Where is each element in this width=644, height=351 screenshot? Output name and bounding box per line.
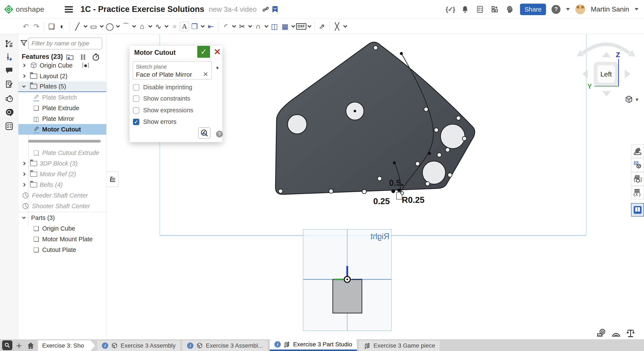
new-tab-button[interactable]: + <box>14 340 24 351</box>
dialog-cancel-button[interactable]: ✕ <box>213 48 222 56</box>
user-avatar[interactable] <box>576 5 585 14</box>
part-row-motor-mount-plate[interactable]: ❏ Motor Mount Plate <box>18 234 106 244</box>
rectangle-tool-icon[interactable]: ▭ <box>88 21 99 32</box>
mirror-tool-icon[interactable]: ◫ <box>269 21 280 32</box>
dimension-tool-icon[interactable]: ⇤ <box>205 21 216 32</box>
sketch-view-button[interactable] <box>198 127 210 139</box>
fillet-tool-icon[interactable]: ◜ <box>220 21 231 32</box>
copy-link-icon[interactable] <box>261 5 270 14</box>
feature-row-layout[interactable]: Layout (2) <box>18 71 106 81</box>
document-title[interactable]: 1C - Practice Exercise Solutions <box>80 5 204 14</box>
checkbox-show-expressions[interactable]: Show expressions <box>133 107 193 114</box>
tape-measure-icon[interactable] <box>596 328 607 338</box>
chevron-right-icon[interactable] <box>21 63 27 68</box>
chevron-right-icon[interactable] <box>21 160 27 166</box>
feature-row-plate-cutout-extrude[interactable]: ❏ Plate Cutout Extrude <box>18 147 106 158</box>
chevron-down-icon[interactable] <box>21 215 27 221</box>
spline-tool-icon[interactable]: ∿ <box>153 21 164 32</box>
clear-selection-icon[interactable]: ✕ <box>203 71 208 78</box>
tab-exercise-3-shooter[interactable]: Exercise 3: Sho <box>38 340 95 351</box>
follow-checklist-icon[interactable] <box>4 122 14 131</box>
featurescript-icon[interactable]: {✓} <box>446 5 455 14</box>
offset-dropdown-caret[interactable] <box>264 21 269 32</box>
feature-row-plates[interactable]: Plates (5) <box>18 81 106 92</box>
notes-icon[interactable] <box>4 80 14 89</box>
checkbox-icon[interactable] <box>133 84 139 91</box>
checkbox-show-constraints[interactable]: Show constraints <box>133 95 190 102</box>
undo-button[interactable]: ↶ <box>20 21 31 32</box>
part-row-cutout-plate[interactable]: ❏ Cutout Plate <box>18 244 106 255</box>
view-cube-face[interactable]: Left <box>594 62 618 87</box>
mate-connector-icon[interactable]: ◔ <box>214 64 219 73</box>
configurations-button[interactable] <box>631 158 644 172</box>
part-row-origin-cube[interactable]: ❏ Origin Cube <box>18 223 106 234</box>
tab-exercise-3-part-studio[interactable]: i Exercise 3 Part Studio <box>270 339 357 351</box>
versions-icon[interactable] <box>4 39 14 48</box>
sketch-plane-field[interactable]: Sketch plane Face of Plate Mirror ✕ <box>132 61 212 80</box>
tasks-checklist-icon[interactable] <box>475 5 485 14</box>
construction-dropdown-caret[interactable] <box>342 21 348 32</box>
publication-flag-icon[interactable] <box>270 5 280 14</box>
rectangle-dropdown-caret[interactable] <box>99 21 104 32</box>
pattern-tool-icon[interactable]: ▦ <box>280 21 290 32</box>
measure-tool-icon[interactable]: ⇗ <box>316 21 327 32</box>
circle-tool-icon[interactable]: ◯ <box>104 21 115 32</box>
share-button[interactable]: Share <box>520 4 546 15</box>
offset-tool-icon[interactable]: ∩ <box>253 21 264 32</box>
arc-tool-icon[interactable]: ⌒ <box>120 21 131 32</box>
construction-tool-icon[interactable]: ╳ <box>332 21 342 32</box>
user-name[interactable]: Martin Sanin <box>591 5 629 13</box>
line-dropdown-caret[interactable] <box>83 21 88 32</box>
use-dropdown-caret[interactable] <box>200 21 205 32</box>
info-icon[interactable]: i <box>102 342 108 349</box>
feature-row-plate-sketch[interactable]: ✎ Plate Sketch <box>18 92 106 103</box>
history-icon[interactable] <box>4 94 14 103</box>
chevron-right-icon[interactable] <box>21 182 27 188</box>
app-store-icon[interactable] <box>490 5 500 14</box>
view-options-cube-button[interactable]: ▾ <box>624 95 638 104</box>
chevron-down-icon[interactable] <box>21 84 27 90</box>
info-icon[interactable]: i <box>187 342 194 349</box>
parts-header-row[interactable]: Parts (3) <box>18 212 106 223</box>
polygon-tool-icon[interactable]: ⌂ <box>137 21 148 32</box>
checkbox-disable-imprinting[interactable]: Disable imprinting <box>133 84 192 91</box>
feature-row-motor-ref[interactable]: Motor Ref (2) <box>18 169 106 179</box>
mass-properties-scale-icon[interactable] <box>626 328 636 338</box>
feature-row-motor-cutout[interactable]: ✎ Motor Cutout <box>18 124 106 135</box>
pattern-dropdown-caret[interactable] <box>290 21 296 32</box>
ai-advisor-icon[interactable] <box>505 5 514 14</box>
dxf-dropdown-caret[interactable] <box>306 21 312 32</box>
variables-table-button[interactable]: (x) <box>631 186 644 199</box>
community-icon[interactable] <box>4 108 14 117</box>
dxf-import-tool-icon[interactable]: DXF <box>296 21 306 32</box>
trim-dropdown-caret[interactable] <box>247 21 253 32</box>
feature-row-plate-mirror[interactable]: ◫ Plate Mirror <box>18 113 106 124</box>
tab-search-button[interactable] <box>2 340 12 350</box>
home-tab-button[interactable] <box>26 340 36 351</box>
use-project-tool-icon[interactable]: ❐ <box>189 21 200 32</box>
tab-exercise-3-game-piece[interactable]: Exercise 3 Game piece <box>359 340 440 351</box>
help-dropdown-caret-icon[interactable] <box>566 8 570 11</box>
extrude-tool-icon[interactable]: ❏ <box>46 21 57 32</box>
checkbox-show-errors[interactable]: ✓ Show errors <box>133 118 176 125</box>
fillet-dropdown-caret[interactable] <box>231 21 237 32</box>
point-tool-icon[interactable]: ○ <box>169 21 180 32</box>
polygon-dropdown-caret[interactable] <box>148 21 153 32</box>
rollback-bar[interactable] <box>28 140 101 143</box>
rotate-left-arrow[interactable] <box>582 70 588 78</box>
checkbox-icon[interactable] <box>133 96 139 102</box>
tab-exercise-3-assembly[interactable]: i Exercise 3 Assembly <box>97 340 180 351</box>
checkbox-icon[interactable] <box>133 107 139 114</box>
info-icon[interactable]: i <box>274 341 281 347</box>
tab-exercise-3-assembly-2[interactable]: i Exercise 3 Assembl... <box>182 340 268 351</box>
arc-dropdown-caret[interactable] <box>131 21 137 32</box>
logo-wordmark[interactable]: onshape <box>16 5 44 14</box>
circle-dropdown-caret[interactable] <box>115 21 120 32</box>
revolve-tool-icon[interactable]: ◐ <box>57 21 68 32</box>
filter-funnel-icon[interactable] <box>20 39 28 47</box>
checkbox-checked-icon[interactable]: ✓ <box>133 119 139 125</box>
spline-dropdown-caret[interactable] <box>164 21 169 32</box>
chevron-right-icon[interactable] <box>21 73 27 79</box>
feature-row-origin-cube[interactable]: Origin Cube ⁞●⁞ <box>18 60 106 71</box>
trim-tool-icon[interactable]: ✂ <box>237 21 247 32</box>
